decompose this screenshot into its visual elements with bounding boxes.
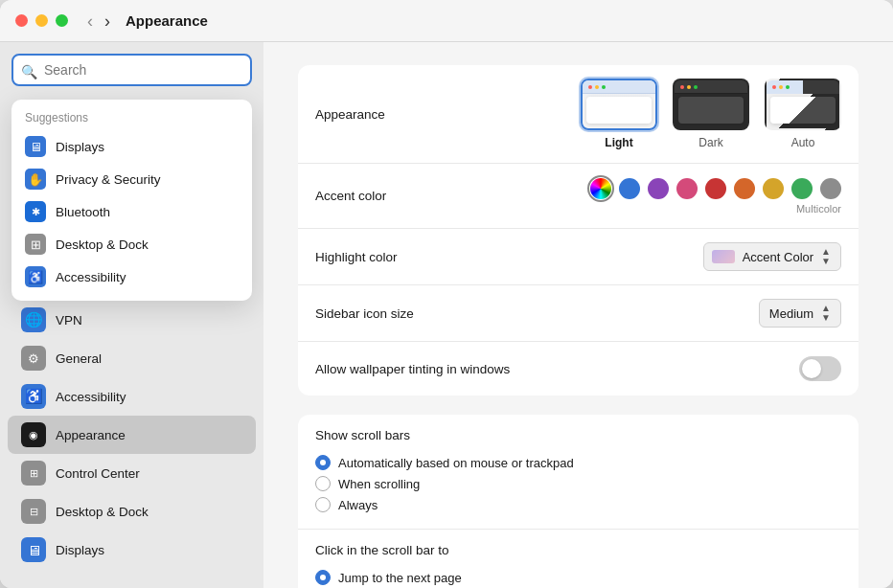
sidebar-item-accessibility[interactable]: ♿ Accessibility [8, 377, 256, 416]
wallpaper-tinting-toggle[interactable] [799, 356, 841, 381]
titlebar: ‹ › Appearance [0, 0, 893, 42]
highlight-swatch [712, 250, 735, 263]
radio-auto-circle [315, 455, 331, 470]
radio-jump-page[interactable]: Jump to the next page [315, 567, 841, 588]
wallpaper-tinting-row: Allow wallpaper tinting in windows [298, 342, 859, 396]
appearance-option-dark[interactable]: Dark [673, 79, 749, 149]
accent-blue[interactable] [619, 178, 640, 199]
click-scroll-group: Click in the scroll bar to Jump to the n… [298, 530, 859, 588]
sidebar-item-displays[interactable]: 🖥 Displays [8, 531, 256, 569]
appearance-thumb-auto [765, 79, 841, 130]
accent-color-label: Accent color [315, 189, 507, 203]
sidebar-item-label-appearance: Appearance [56, 428, 126, 442]
accent-yellow[interactable] [763, 178, 784, 199]
accent-pink[interactable] [676, 178, 698, 199]
sidebar-icon-size-picker[interactable]: Medium ▲ ▼ [759, 299, 841, 328]
forward-button[interactable]: › [101, 11, 114, 32]
control-center-icon: ⊞ [21, 461, 46, 486]
highlight-color-control: Accent Color ▲ ▼ [507, 242, 841, 271]
suggestion-label-privacy: Privacy & Security [56, 172, 161, 187]
click-scroll-title: Click in the scroll bar to [315, 543, 841, 557]
accessibility-icon: ♿ [21, 384, 46, 409]
maximize-button[interactable] [56, 14, 68, 27]
accent-purple[interactable] [648, 178, 669, 199]
suggestions-dropdown: Suggestions 🖥 Displays ✋ Privacy & Secur… [11, 100, 252, 301]
sidebar-item-label-control-center: Control Center [56, 466, 140, 481]
accent-color-row: Accent color [298, 164, 859, 229]
close-button[interactable] [15, 14, 28, 27]
sidebar-items: 🌐 VPN ⚙ General ♿ Accessibility ◉ Appear… [0, 301, 263, 569]
suggestion-item-displays[interactable]: 🖥 Displays [11, 130, 252, 163]
radio-auto-label: Automatically based on mouse or trackpad [338, 456, 574, 470]
general-icon: ⚙ [21, 346, 46, 371]
vpn-icon: 🌐 [21, 307, 46, 332]
color-row [590, 178, 841, 199]
radio-auto[interactable]: Automatically based on mouse or trackpad [315, 452, 841, 473]
radio-scrolling[interactable]: When scrolling [315, 473, 841, 494]
appearance-row-control: Light [507, 79, 841, 149]
suggestion-icon-privacy: ✋ [25, 169, 46, 190]
sidebar-item-label-desktop-dock: Desktop & Dock [56, 505, 149, 519]
search-container: 🔍 Suggestions 🖥 Displays ✋ Privacy & Sec… [0, 54, 263, 90]
sidebar-item-general[interactable]: ⚙ General [8, 339, 256, 377]
appearance-option-light[interactable]: Light [581, 79, 657, 149]
radio-scrolling-label: When scrolling [338, 477, 420, 491]
appearance-label-dark: Dark [698, 136, 722, 149]
appearance-icon: ◉ [21, 422, 46, 447]
sidebar-item-vpn[interactable]: 🌐 VPN [8, 301, 256, 339]
page-title: Appearance [126, 12, 208, 29]
wallpaper-tinting-control [510, 356, 841, 381]
highlight-color-picker[interactable]: Accent Color ▲ ▼ [703, 242, 841, 271]
suggestion-icon-desktop: ⊞ [25, 234, 46, 255]
suggestion-item-desktop[interactable]: ⊞ Desktop & Dock [11, 228, 252, 260]
back-button[interactable]: ‹ [83, 11, 97, 32]
displays-icon: 🖥 [21, 537, 46, 562]
sidebar-icon-size-control: Medium ▲ ▼ [507, 299, 841, 328]
right-panel: Appearance [263, 42, 893, 588]
accent-color-control: Multicolor [507, 178, 841, 215]
appearance-label-auto: Auto [791, 136, 815, 149]
main-window: ‹ › Appearance 🔍 Suggestions 🖥 Displays [0, 0, 893, 588]
accent-red[interactable] [705, 178, 726, 199]
appearance-thumb-light [581, 79, 657, 130]
appearance-options: Light [581, 79, 841, 149]
suggestion-icon-accessibility: ♿ [25, 266, 46, 287]
show-scroll-bars-group: Show scroll bars Automatically based on … [298, 415, 859, 530]
accent-green[interactable] [791, 178, 813, 199]
accent-graphite[interactable] [820, 178, 841, 199]
radio-always[interactable]: Always [315, 494, 841, 515]
highlight-stepper-icon: ▲ ▼ [821, 247, 831, 266]
sidebar-item-desktop-dock[interactable]: ⊟ Desktop & Dock [8, 492, 256, 531]
suggestion-icon-displays: 🖥 [25, 136, 46, 157]
minimize-button[interactable] [35, 14, 48, 27]
search-input[interactable] [11, 54, 252, 86]
wallpaper-tinting-label: Allow wallpaper tinting in windows [315, 362, 510, 376]
radio-jump-page-circle [315, 570, 331, 585]
appearance-section: Appearance [298, 65, 859, 396]
accent-orange[interactable] [734, 178, 755, 199]
accent-multicolor-label: Multicolor [796, 203, 841, 215]
nav-buttons: ‹ › [83, 11, 114, 32]
suggestion-item-privacy[interactable]: ✋ Privacy & Security [11, 163, 252, 195]
accent-colors: Multicolor [590, 178, 841, 215]
main-content: 🔍 Suggestions 🖥 Displays ✋ Privacy & Sec… [0, 42, 893, 588]
appearance-option-auto[interactable]: Auto [765, 79, 841, 149]
traffic-lights [15, 14, 68, 27]
suggestion-item-bluetooth[interactable]: ✱ Bluetooth [11, 195, 252, 228]
appearance-label-light: Light [605, 136, 632, 149]
sidebar-item-label-accessibility: Accessibility [56, 390, 126, 404]
sidebar-item-control-center[interactable]: ⊞ Control Center [8, 454, 256, 492]
suggestion-label-bluetooth: Bluetooth [56, 205, 110, 219]
appearance-row: Appearance [298, 65, 859, 164]
sidebar-item-label-general: General [56, 351, 102, 366]
sidebar-item-appearance[interactable]: ◉ Appearance [8, 416, 256, 454]
accent-multicolor[interactable] [590, 178, 611, 199]
suggestion-label-displays: Displays [56, 140, 104, 154]
radio-scrolling-circle [315, 476, 331, 491]
suggestion-label-desktop: Desktop & Dock [56, 237, 149, 252]
sidebar-icon-size-row: Sidebar icon size Medium ▲ ▼ [298, 285, 859, 342]
sidebar-icon-size-value: Medium [769, 306, 813, 321]
suggestion-item-accessibility[interactable]: ♿ Accessibility [11, 260, 252, 293]
sidebar: 🔍 Suggestions 🖥 Displays ✋ Privacy & Sec… [0, 42, 263, 588]
sidebar-size-stepper-icon: ▲ ▼ [821, 304, 831, 323]
